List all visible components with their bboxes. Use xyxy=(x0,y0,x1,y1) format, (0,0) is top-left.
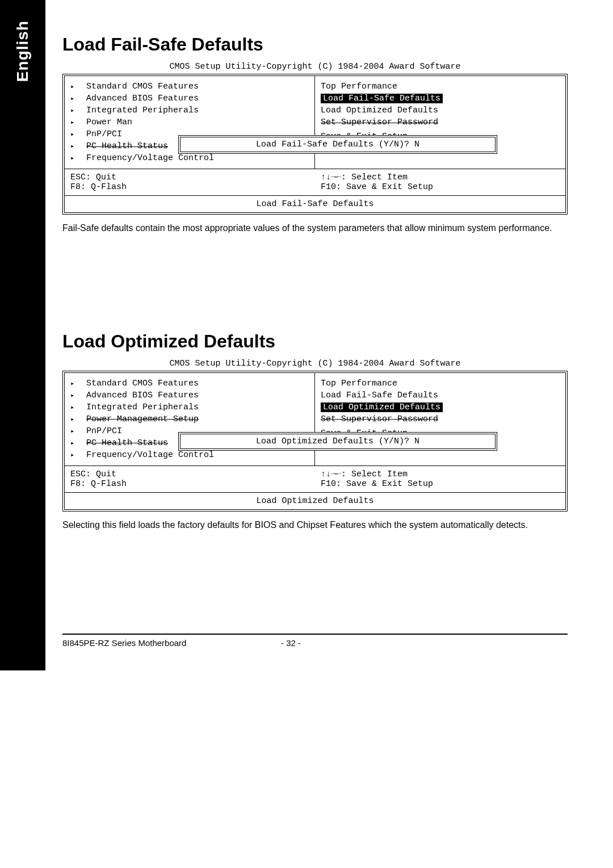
menu-label: Integrated Peripherals xyxy=(86,402,199,412)
menu-label: Load Optimized Defaults xyxy=(321,106,438,115)
menu-label: Power Management Setup xyxy=(86,414,199,424)
menu-item[interactable]: ▸Integrated Peripherals xyxy=(70,104,309,116)
footer-esc: ESC: Quit xyxy=(70,469,309,479)
section1-title: Load Fail-Safe Defaults xyxy=(62,34,568,55)
bios-left-col-1: ▸Standard CMOS Features ▸Advanced BIOS F… xyxy=(65,76,315,169)
menu-label: Advanced BIOS Features xyxy=(86,391,199,400)
submenu-arrow-icon: ▸ xyxy=(70,403,86,412)
menu-label: Top Performance xyxy=(321,82,397,91)
submenu-arrow-icon: ▸ xyxy=(70,379,86,388)
menu-label: Frequency/Voltage Control xyxy=(86,450,214,460)
menu-label: Standard CMOS Features xyxy=(86,379,199,388)
confirm-dialog-1[interactable]: Load Fail-Safe Defaults (Y/N)? N xyxy=(178,135,497,154)
menu-item[interactable]: Top Performance xyxy=(321,378,560,389)
menu-item[interactable]: ▸Standard CMOS Features xyxy=(70,81,309,93)
footer-page-number: - 32 - xyxy=(281,638,349,648)
submenu-arrow-icon: ▸ xyxy=(70,106,86,115)
menu-item[interactable]: ▸Advanced BIOS Features xyxy=(70,93,309,104)
bios-panel-2: ▸Standard CMOS Features ▸Advanced BIOS F… xyxy=(62,371,568,511)
menu-label: Set Supervisor Password xyxy=(321,118,438,127)
menu-item[interactable]: ▸Integrated Peripherals xyxy=(70,401,309,413)
footer-model: 8I845PE-RZ Series Motherboard xyxy=(62,638,281,648)
menu-label: PnP/PCI xyxy=(86,426,122,436)
menu-item[interactable]: Load Optimized Defaults xyxy=(321,104,560,116)
menu-item[interactable]: ▸Frequency/Voltage Control xyxy=(70,449,309,461)
menu-label: Load Optimized Defaults xyxy=(321,402,443,412)
menu-label: Advanced BIOS Features xyxy=(86,94,199,103)
submenu-arrow-icon: ▸ xyxy=(70,118,86,127)
bios-footer-2: ESC: Quit F8: Q-Flash ↑↓→←: Select Item … xyxy=(65,466,565,492)
menu-label: Load Fail-Safe Defaults xyxy=(321,94,443,103)
menu-label: Top Performance xyxy=(321,379,397,388)
footer-f8: F8: Q-Flash xyxy=(70,182,309,192)
section1-description: Fail-Safe defaults contain the most appr… xyxy=(62,223,568,234)
menu-label: Power Man xyxy=(86,118,132,127)
submenu-arrow-icon: ▸ xyxy=(70,154,86,162)
submenu-arrow-icon: ▸ xyxy=(70,391,86,400)
menu-item-highlight[interactable]: Load Optimized Defaults xyxy=(321,401,560,413)
menu-label: Frequency/Voltage Control xyxy=(86,153,214,163)
menu-label: PC Health Status xyxy=(86,438,168,448)
footer-esc: ESC: Quit xyxy=(70,173,309,182)
footer-f8: F8: Q-Flash xyxy=(70,479,309,489)
side-tab: English xyxy=(0,0,45,670)
menu-item[interactable]: Load Fail-Safe Defaults xyxy=(321,389,560,401)
menu-label: Integrated Peripherals xyxy=(86,106,199,115)
menu-label: Load Fail-Safe Defaults xyxy=(321,391,438,400)
content-area: Load Fail-Safe Defaults CMOS Setup Utili… xyxy=(45,0,613,670)
bios-left-col-2: ▸Standard CMOS Features ▸Advanced BIOS F… xyxy=(65,373,315,466)
submenu-arrow-icon: ▸ xyxy=(70,415,86,423)
menu-item[interactable]: ▸Power Man xyxy=(70,116,309,128)
menu-item-highlight[interactable]: Load Fail-Safe Defaults xyxy=(321,93,560,104)
footer-f10: F10: Save & Exit Setup xyxy=(321,479,560,489)
submenu-arrow-icon: ▸ xyxy=(70,142,86,150)
page-footer: 8I845PE-RZ Series Motherboard - 32 - xyxy=(62,634,568,648)
section2-description: Selecting this field loads the factory d… xyxy=(62,519,568,531)
section2-title: Load Optimized Defaults xyxy=(62,331,568,352)
bios-helpbar-1: Load Fail-Safe Defaults xyxy=(65,195,565,212)
bios-footer-1: ESC: Quit F8: Q-Flash ↑↓→←: Select Item … xyxy=(65,169,565,195)
menu-item[interactable]: Set Supervisor Password xyxy=(321,413,560,425)
section2-caption: CMOS Setup Utility-Copyright (C) 1984-20… xyxy=(62,359,568,368)
dialog-text: Load Fail-Safe Defaults (Y/N)? N xyxy=(256,140,419,149)
menu-item[interactable]: ▸Standard CMOS Features xyxy=(70,378,309,389)
confirm-dialog-2[interactable]: Load Optimized Defaults (Y/N)? N xyxy=(178,432,497,451)
footer-f10: F10: Save & Exit Setup xyxy=(321,182,560,192)
menu-label: PnP/PCI xyxy=(86,129,122,139)
menu-item[interactable]: Top Performance xyxy=(321,81,560,93)
menu-item[interactable]: ▸Power Management Setup xyxy=(70,413,309,425)
footer-select: ↑↓→←: Select Item xyxy=(321,469,560,479)
menu-item[interactable]: ▸Frequency/Voltage Control xyxy=(70,152,309,164)
submenu-arrow-icon: ▸ xyxy=(70,439,86,447)
submenu-arrow-icon: ▸ xyxy=(70,82,86,91)
menu-label: PC Health Status xyxy=(86,141,168,151)
submenu-arrow-icon: ▸ xyxy=(70,130,86,139)
footer-select: ↑↓→←: Select Item xyxy=(321,173,560,182)
submenu-arrow-icon: ▸ xyxy=(70,94,86,103)
submenu-arrow-icon: ▸ xyxy=(70,427,86,435)
section1-caption: CMOS Setup Utility-Copyright (C) 1984-20… xyxy=(62,62,568,72)
bios-panel-1: ▸Standard CMOS Features ▸Advanced BIOS F… xyxy=(62,74,568,215)
menu-label: Standard CMOS Features xyxy=(86,82,199,91)
side-tab-label: English xyxy=(14,20,32,82)
dialog-text: Load Optimized Defaults (Y/N)? N xyxy=(256,437,419,446)
menu-item[interactable]: Set Supervisor Password xyxy=(321,116,560,128)
bios-right-col-1: Top Performance Load Fail-Safe Defaults … xyxy=(315,76,565,169)
bios-right-col-2: Top Performance Load Fail-Safe Defaults … xyxy=(315,373,565,466)
bios-helpbar-2: Load Optimized Defaults xyxy=(65,492,565,509)
submenu-arrow-icon: ▸ xyxy=(70,451,86,459)
menu-label: Set Supervisor Password xyxy=(321,414,438,424)
menu-item[interactable]: ▸Advanced BIOS Features xyxy=(70,389,309,401)
